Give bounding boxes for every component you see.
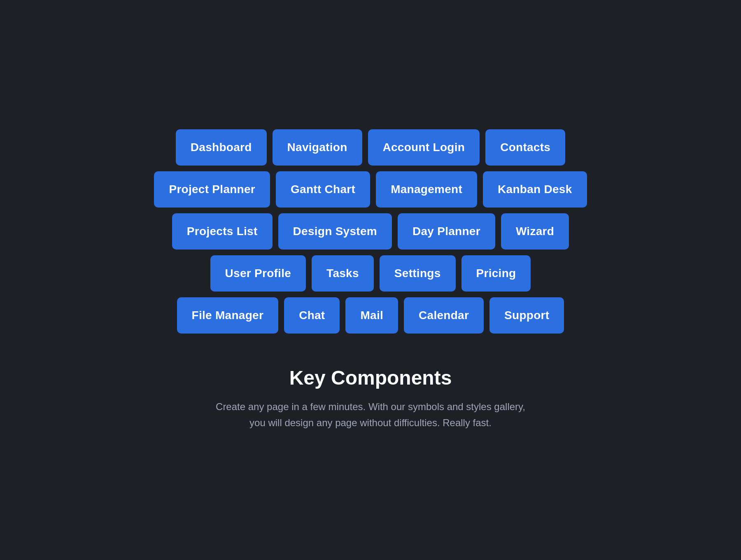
chat-button[interactable]: Chat [284,297,340,334]
key-components-desc-line1: Create any page in a few minutes. With o… [216,401,525,412]
buttons-section: DashboardNavigationAccount LoginContacts… [154,129,587,334]
file-manager-button[interactable]: File Manager [177,297,279,334]
settings-button[interactable]: Settings [380,255,456,292]
account-login-button[interactable]: Account Login [368,129,480,166]
button-row-3: Projects ListDesign SystemDay PlannerWiz… [172,213,569,250]
button-row-2: Project PlannerGantt ChartManagementKanb… [154,171,587,208]
pricing-button[interactable]: Pricing [461,255,531,292]
dashboard-button[interactable]: Dashboard [176,129,267,166]
key-components-desc-line2: you will design any page without difficu… [249,417,492,428]
projects-list-button[interactable]: Projects List [172,213,273,250]
kanban-desk-button[interactable]: Kanban Desk [483,171,587,208]
management-button[interactable]: Management [376,171,477,208]
design-system-button[interactable]: Design System [278,213,392,250]
user-profile-button[interactable]: User Profile [210,255,306,292]
project-planner-button[interactable]: Project Planner [154,171,270,208]
contacts-button[interactable]: Contacts [485,129,565,166]
key-components-title: Key Components [216,366,525,389]
button-row-5: File ManagerChatMailCalendarSupport [177,297,564,334]
calendar-button[interactable]: Calendar [404,297,484,334]
button-row-1: DashboardNavigationAccount LoginContacts [176,129,565,166]
day-planner-button[interactable]: Day Planner [398,213,495,250]
button-row-4: User ProfileTasksSettingsPricing [210,255,531,292]
navigation-button[interactable]: Navigation [273,129,362,166]
wizard-button[interactable]: Wizard [501,213,569,250]
mail-button[interactable]: Mail [345,297,398,334]
tasks-button[interactable]: Tasks [312,255,374,292]
key-components-description: Create any page in a few minutes. With o… [216,399,525,431]
support-button[interactable]: Support [489,297,564,334]
gantt-chart-button[interactable]: Gantt Chart [276,171,370,208]
key-components-section: Key Components Create any page in a few … [216,366,525,431]
